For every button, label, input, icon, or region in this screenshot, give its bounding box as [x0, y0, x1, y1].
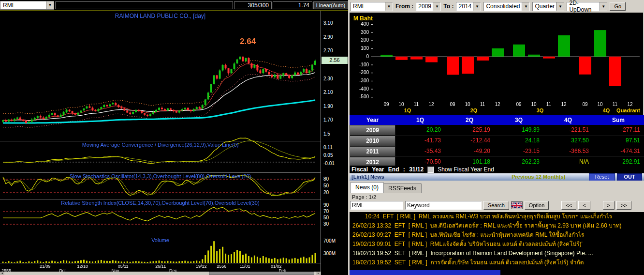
dropdown-arrow-icon[interactable]: ▼ — [473, 2, 481, 11]
view-value: 2D-UpDown — [569, 0, 600, 13]
uk-flag-graphic — [512, 202, 522, 209]
quarter-results-table: Year1Q2Q3Q4QSum200920.20-225.19149.39-22… — [350, 115, 644, 168]
dropdown-arrow-icon[interactable]: ▼ — [600, 2, 607, 11]
dropdown-arrow-icon[interactable]: ▼ — [522, 2, 529, 11]
y-tick-label: 0.05 — [323, 153, 333, 158]
bar-y-tick-label: 300 — [351, 30, 369, 35]
to-label: To : — [443, 3, 454, 10]
period-value: Quarter — [535, 3, 555, 10]
go-button[interactable]: Go — [610, 2, 626, 11]
quarter-label: 1Q — [404, 107, 411, 113]
symbol-input[interactable] — [350, 201, 403, 210]
price-chart-canvas[interactable] — [0, 11, 321, 275]
bar-year-label: 11 — [414, 102, 419, 107]
bar-y-tick-label: 0 — [351, 54, 369, 59]
fundamental-panel: RML ▼ From : 2009 ▼ To : 2014 ▼ Consolid… — [348, 0, 644, 275]
table-value-cell: 327.50 — [543, 136, 593, 146]
bar-year-label: 12 — [495, 102, 500, 107]
table-value-cell: -225.19 — [445, 125, 494, 136]
news-item[interactable]: 18/02/13 19:52 SET [ RML ] การจัดตั้งบริ… — [350, 258, 644, 267]
bar-year-label: 10 — [398, 102, 404, 107]
chart-symbol-select[interactable]: RML ▼ — [0, 1, 54, 10]
table-header-cell: 2Q — [445, 115, 494, 125]
option-button[interactable]: Option — [525, 201, 549, 210]
table-year-cell: 2009 — [350, 125, 395, 136]
y-tick-label: 700M — [323, 238, 336, 244]
search-button[interactable]: Search — [483, 201, 509, 210]
y-tick-label: 1.70 — [323, 117, 333, 122]
bar-year-label: 10 — [465, 102, 470, 107]
bar-year-label: 11 — [546, 102, 551, 107]
quarter-bar-chart: M Baht Quadrant 091011121Q091011122Q0910… — [350, 13, 643, 115]
news-item[interactable]: 26/02/13 09:27 EFT [ RML ] บล.ฟินันเซีย … — [350, 230, 644, 240]
news-item[interactable]: 19/02/13 09:01 EFT [ RML ] RMLแจ้งจัดตั้… — [350, 240, 644, 249]
quarter-label: 2Q — [470, 107, 478, 113]
table-year-cell: 2010 — [350, 136, 395, 146]
bar-year-label: 12 — [428, 102, 434, 107]
quarter-bar-chart-canvas[interactable] — [350, 13, 643, 115]
table-value-cell: 24.18 — [494, 136, 543, 146]
table-value-cell: -366.53 — [543, 146, 593, 157]
dropdown-arrow-icon[interactable]: ▼ — [385, 2, 393, 11]
price-axis-strip: 2.56 3.102.902.702.302.101.901.701.50.11… — [321, 11, 348, 275]
news-selected-row[interactable] — [350, 270, 500, 275]
table-value-cell: -35.43 — [395, 146, 445, 157]
table-value-cell: -212.44 — [445, 136, 494, 146]
table-header-cell: 1Q — [395, 115, 445, 125]
quarter-label: 3Q — [537, 107, 544, 113]
news-item[interactable]: 26/02/13 13:32 EFT [ RML ] บล.ดีบีเอสวิค… — [350, 221, 644, 230]
bar-year-label: 09 — [516, 102, 521, 107]
first-page-button[interactable]: << — [561, 201, 576, 210]
quadrant-label: Quadrant — [616, 107, 640, 113]
dropdown-arrow-icon[interactable]: ▼ — [433, 2, 440, 11]
chart-toolbar: RML ▼ 305/300 1.74 Linear(Auto) — [0, 0, 348, 11]
scroll-left-icon[interactable]: ◄ — [0, 272, 4, 275]
bar-y-tick-label: 400 — [351, 21, 369, 27]
tab-news[interactable]: News (0) — [350, 182, 384, 193]
symbol-select[interactable]: RML ▼ — [351, 2, 393, 11]
horizontal-scrollbar[interactable]: ◄ ► — [0, 272, 321, 275]
bar-year-label: 10 — [597, 102, 602, 107]
bar-y-tick-label: -400 — [351, 86, 369, 92]
fiscal-checkbox[interactable] — [427, 167, 434, 173]
news-item[interactable]: 10:24 EFT [ RML ] RML ควงแขน RML-W3 บวก … — [350, 212, 644, 221]
view-select[interactable]: 2D-UpDown ▼ — [567, 2, 607, 11]
news-link-bar: [Link1] News Previous 12 Month(s) Reset … — [350, 173, 644, 181]
from-year-select[interactable]: 2009 ▼ — [416, 2, 441, 11]
table-value-cell: -41.73 — [395, 136, 445, 146]
y-tick-label: 2.10 — [323, 90, 333, 95]
dropdown-arrow-icon[interactable]: ▼ — [556, 2, 564, 11]
bar-y-tick-label: -500 — [351, 94, 369, 99]
peak-price-annotation: 2.64 — [240, 37, 256, 46]
y-tick-label: 2.90 — [323, 34, 333, 40]
y-tick-label: 1.5 — [323, 131, 330, 137]
scale-mode-button[interactable]: Linear(Auto) — [313, 1, 348, 9]
quarter-toolbar: RML ▼ From : 2009 ▼ To : 2014 ▼ Consolid… — [348, 0, 644, 13]
y-tick-label: 300M — [323, 251, 336, 256]
tab-rssfeeds[interactable]: RSSFeeds — [383, 183, 422, 193]
to-year-value: 2014 — [458, 3, 471, 10]
language-flag-icon[interactable] — [511, 201, 523, 209]
y-tick-label: 2.70 — [323, 48, 333, 53]
fiscal-year-label: Fiscal Year End : 31/12 — [351, 166, 424, 173]
bar-year-label: 09 — [582, 102, 587, 107]
y-tick-label: 30 — [323, 221, 329, 227]
chart-unit-label: M Baht — [353, 15, 373, 22]
y-tick-label: 1.90 — [323, 104, 333, 109]
symbol-value: RML — [353, 3, 365, 10]
table-value-cell: -221.51 — [543, 125, 593, 136]
prev-page-button[interactable]: < — [578, 201, 590, 210]
scroll-right-icon[interactable]: ► — [316, 272, 321, 275]
to-year-select[interactable]: 2014 ▼ — [456, 2, 481, 11]
keyword-input[interactable] — [405, 201, 482, 210]
y-tick-label: 0.11 — [323, 145, 333, 150]
next-page-button[interactable]: > — [603, 201, 615, 210]
news-list: 10:24 EFT [ RML ] RML ควงแขน RML-W3 บวก … — [350, 212, 644, 275]
last-page-button[interactable]: >> — [616, 201, 631, 210]
dropdown-arrow-icon[interactable]: ▼ — [46, 1, 54, 9]
news-item[interactable]: 18/02/13 19:52 SET [ RML ] Incorporation… — [350, 249, 644, 258]
scrollbar-thumb[interactable] — [209, 272, 314, 275]
period-select[interactable]: Quarter ▼ — [532, 2, 564, 11]
consolidated-select[interactable]: Consolidated ▼ — [483, 2, 530, 11]
table-value-cell: -277.11 — [593, 125, 644, 136]
